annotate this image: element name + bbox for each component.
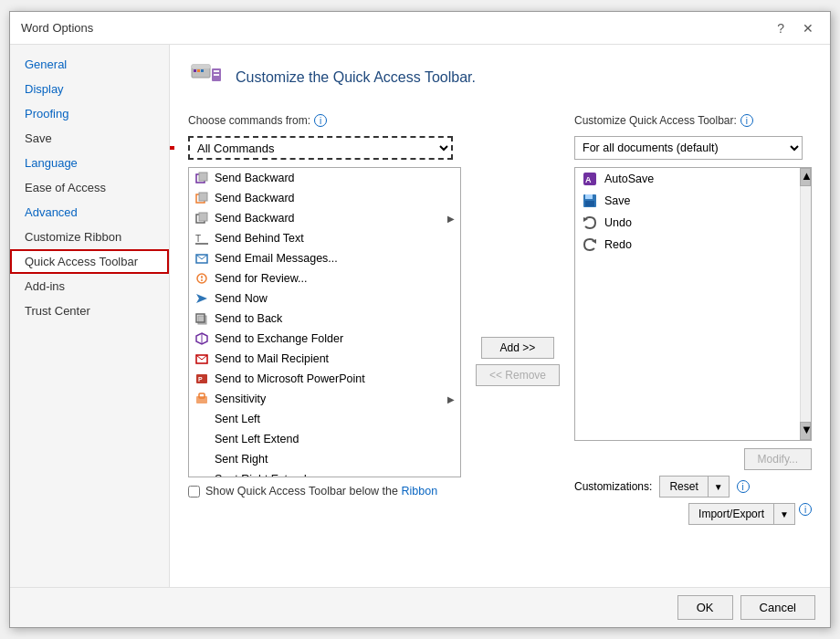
list-item-text: Send Backward [215,172,455,184]
import-export-split-button[interactable]: Import/Export ▼ [688,503,795,525]
customizations-label: Customizations: [574,480,652,493]
sidebar: GeneralDisplayProofingSaveLanguageEase o… [10,45,170,587]
svg-rect-7 [214,74,219,76]
right-list-scrollbar[interactable]: ▲ ▼ [800,168,811,440]
reset-button-label[interactable]: Reset [660,477,708,497]
titlebar-controls: ? ✕ [772,19,819,37]
list-item[interactable]: P Send to Microsoft PowerPoint [189,369,460,389]
list-item[interactable]: T Send Behind Text [189,228,460,248]
sidebar-item-quick-access[interactable]: Quick Access Toolbar [10,249,169,274]
help-button[interactable]: ? [772,19,790,37]
list-item-text: Sent Left Extend [215,433,455,445]
list-item[interactable]: Send Backward ▶ [189,208,460,228]
toolbar-item-autosave-label: AutoSave [604,173,654,185]
mid-buttons: Add >> << Remove [476,114,560,572]
send-backward-icon-3 [194,211,209,225]
customize-toolbar-info-icon[interactable]: i [740,114,753,127]
svg-rect-4 [201,69,204,72]
send-behind-text-icon: T [194,231,209,246]
sidebar-item-add-ins[interactable]: Add-ins [10,274,169,299]
list-item-text: Send to Back [215,312,455,325]
sidebar-item-ease-of-access[interactable]: Ease of Access [10,175,169,200]
list-item-text: Send to Microsoft PowerPoint [215,372,455,385]
bottom-bar: OK Cancel [10,587,830,627]
import-export-arrow[interactable]: ▼ [774,504,794,524]
list-item-text: Send Backward [215,212,442,225]
list-item-text: Send Backward [215,192,455,204]
list-item-text: Send for Review... [215,272,455,285]
svg-rect-37 [585,201,594,206]
show-toolbar-below-checkbox[interactable] [188,486,200,498]
sidebar-item-advanced[interactable]: Advanced [10,200,169,225]
sidebar-item-trust-center[interactable]: Trust Center [10,299,169,323]
list-item[interactable]: Sent Right Extend [189,469,460,477]
right-col-bottom: Modify... Customizations: Reset ▼ i [574,448,812,525]
import-export-info-icon[interactable]: i [799,503,812,516]
list-item[interactable]: Sent Left [189,409,460,429]
toolbar-item-save[interactable]: Save [575,190,811,212]
autosave-icon: A [583,172,597,186]
submenu-arrow: ▶ [447,214,455,224]
undo-icon [583,215,597,230]
reset-info-icon[interactable]: i [737,480,750,493]
commands-dropdown[interactable]: All Commands Popular Commands Commands N… [188,136,453,160]
customize-toolbar-label-row: Customize Quick Access Toolbar: i [574,114,812,127]
list-item[interactable]: Send for Review... [189,268,460,288]
list-item[interactable]: Send Backward [189,188,460,208]
toolbar-item-redo[interactable]: Redo [575,234,811,256]
customizations-row: Customizations: Reset ▼ i [574,476,812,498]
commands-dropdown-row: All Commands Popular Commands Commands N… [188,136,461,160]
cancel-button[interactable]: Cancel [740,595,815,620]
scrollbar-down-arrow[interactable]: ▼ [800,422,811,440]
send-backward-icon-1 [194,171,209,185]
sidebar-item-language[interactable]: Language [10,151,169,175]
send-backward-icon-2 [194,191,209,205]
list-item[interactable]: Send to Back [189,309,460,329]
list-item[interactable]: Send Backward [189,168,460,188]
list-item[interactable]: Sent Left Extend [189,429,460,449]
section-title: Customize the Quick Access Toolbar. [236,69,476,86]
left-column: Choose commands from: i [188,114,461,572]
list-item[interactable]: Send to Exchange Folder [189,329,460,349]
ok-button[interactable]: OK [677,595,733,620]
list-item-text: Send to Exchange Folder [215,332,455,345]
choose-commands-info-icon[interactable]: i [314,114,327,127]
svg-rect-31 [199,393,205,398]
toolbar-item-save-label: Save [604,194,631,207]
toolbar-item-autosave[interactable]: A AutoSave [575,168,811,190]
list-item-text: Sent Right Extend [215,473,455,477]
list-item[interactable]: Sent Right [189,449,460,469]
remove-button[interactable]: << Remove [476,364,560,386]
toolbar-item-undo[interactable]: Undo [575,212,811,234]
close-button[interactable]: ✕ [797,19,819,37]
send-to-back-icon [194,311,209,326]
sidebar-item-save[interactable]: Save [10,126,169,151]
svg-point-21 [201,279,203,281]
list-item[interactable]: Send to Mail Recipient [189,349,460,369]
sidebar-item-proofing[interactable]: Proofing [10,101,169,126]
sidebar-item-customize-ribbon[interactable]: Customize Ribbon [10,225,169,249]
customize-toolbar-label: Customize Quick Access Toolbar: [574,114,737,127]
list-item[interactable]: Sensitivity ▶ [189,389,460,409]
word-options-dialog: Word Options ? ✕ GeneralDisplayProofingS… [9,11,831,628]
doc-dropdown[interactable]: For all documents (default) [574,136,803,160]
reset-split-button[interactable]: Reset ▼ [659,476,729,498]
show-toolbar-below-row: Show Quick Access Toolbar below the Ribb… [188,485,461,498]
import-export-label[interactable]: Import/Export [689,504,774,524]
sidebar-item-display[interactable]: Display [10,77,169,101]
reset-dropdown-arrow[interactable]: ▼ [709,477,729,497]
list-item[interactable]: Send Email Messages... [189,248,460,268]
commands-list[interactable]: Send Backward Send Backward [188,167,461,477]
list-item-text: Sensitivity [215,393,442,405]
redo-icon [583,237,597,252]
list-item[interactable]: Send Now [189,288,460,309]
sent-right-icon [194,452,209,466]
modify-button[interactable]: Modify... [744,448,812,470]
sidebar-item-general[interactable]: General [10,52,169,77]
add-button[interactable]: Add >> [481,337,554,359]
choose-commands-label: Choose commands from: [188,114,310,127]
svg-rect-6 [214,70,219,72]
toolbar-items-list[interactable]: A AutoSave [574,167,812,441]
sent-left-extend-icon [194,432,209,446]
scrollbar-up-arrow[interactable]: ▲ [800,168,811,186]
